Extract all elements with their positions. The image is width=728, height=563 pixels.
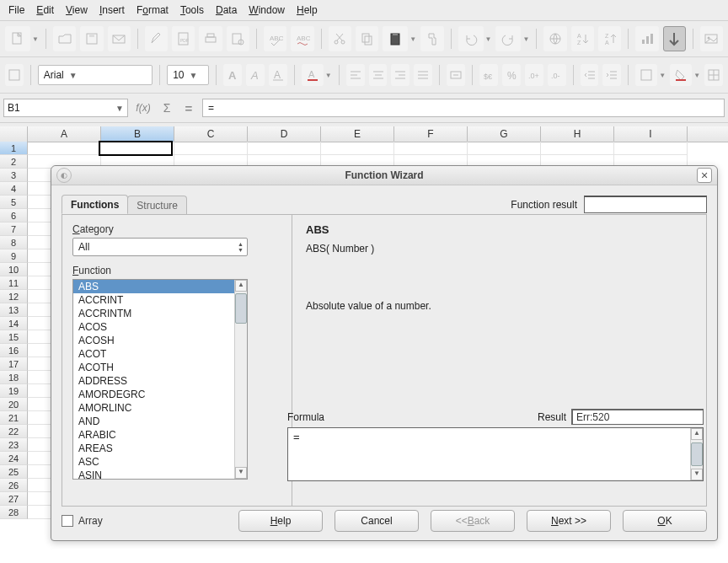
remove-decimal-icon[interactable]: .0- (548, 64, 566, 86)
align-left-icon[interactable] (346, 64, 365, 86)
chevron-down-icon[interactable]: ▼ (188, 71, 200, 80)
chevron-down-icon[interactable]: ▼ (485, 35, 492, 43)
row-header[interactable]: 20 (0, 398, 28, 411)
checkbox-box[interactable] (62, 515, 73, 527)
cell[interactable] (394, 142, 468, 155)
format-paintbrush-icon[interactable] (420, 26, 443, 51)
sort-desc-icon[interactable]: ZA (598, 26, 621, 51)
function-list-item[interactable]: ACOTH (73, 361, 235, 374)
row-header[interactable]: 1 (0, 142, 28, 155)
spinner-icon[interactable]: ▲▼ (238, 241, 244, 253)
equals-icon[interactable]: = (180, 101, 197, 115)
menu-insert[interactable]: Insert (94, 3, 130, 17)
cancel-button[interactable]: Cancel (335, 510, 419, 532)
row-header[interactable]: 7 (0, 223, 28, 236)
redo-icon[interactable] (495, 26, 521, 51)
row-header[interactable]: 5 (0, 196, 28, 209)
row-header[interactable]: 28 (0, 506, 28, 519)
paste-icon[interactable] (383, 26, 408, 51)
auto-spellcheck-icon[interactable]: ABC (291, 26, 313, 51)
hyperlink-icon[interactable] (543, 26, 566, 51)
row-header[interactable]: 22 (0, 425, 28, 438)
grid-lines-icon[interactable] (704, 64, 723, 86)
scroll-thumb[interactable] (235, 293, 247, 324)
cell[interactable] (541, 142, 614, 155)
bgcolor-icon[interactable] (670, 64, 692, 86)
scroll-up-icon[interactable]: ▲ (235, 280, 247, 292)
scrollbar[interactable]: ▲ ▼ (234, 280, 247, 479)
scroll-up-icon[interactable]: ▲ (691, 428, 703, 440)
styles-icon[interactable] (5, 64, 24, 86)
function-list-item[interactable]: ASC (73, 455, 235, 469)
function-list-item[interactable]: ASIN (73, 469, 235, 479)
align-right-icon[interactable] (391, 64, 410, 86)
category-combo[interactable]: All ▲▼ (72, 238, 248, 256)
chevron-down-icon[interactable]: ▼ (659, 72, 666, 79)
chevron-down-icon[interactable]: ▼ (325, 72, 332, 79)
underline-icon[interactable]: A (269, 64, 287, 86)
row-header[interactable]: 26 (0, 479, 28, 492)
percent-icon[interactable]: % (502, 64, 521, 86)
dialog-menu-icon[interactable]: ◐ (56, 168, 72, 183)
row-header[interactable]: 3 (0, 169, 28, 182)
cell[interactable] (468, 142, 541, 155)
row-header[interactable]: 18 (0, 371, 28, 384)
export-pdf-icon[interactable]: PDF (172, 26, 195, 51)
column-header[interactable]: H (541, 126, 614, 142)
function-wizard-icon[interactable]: f(x) (133, 102, 153, 114)
row-header[interactable]: 17 (0, 357, 28, 371)
row-header[interactable]: 16 (0, 344, 28, 357)
borders-icon[interactable] (635, 64, 657, 86)
function-list-item[interactable]: AND (73, 415, 235, 428)
row-header[interactable]: 10 (0, 263, 28, 276)
function-list-item[interactable]: ACOSH (73, 334, 235, 347)
chevron-down-icon[interactable]: ▼ (32, 35, 39, 43)
undo-icon[interactable] (458, 26, 484, 51)
help-button[interactable]: Help (238, 510, 323, 532)
sum-icon[interactable]: Σ (158, 101, 175, 115)
row-header[interactable]: 4 (0, 182, 28, 196)
row-header[interactable]: 19 (0, 384, 28, 398)
close-icon[interactable]: ✕ (697, 168, 712, 183)
back-button[interactable]: << Back (431, 510, 515, 532)
new-doc-icon[interactable] (5, 26, 30, 51)
menu-file[interactable]: File (3, 3, 29, 17)
open-icon[interactable] (53, 26, 76, 51)
add-decimal-icon[interactable]: .0+ (525, 64, 543, 86)
scroll-thumb[interactable] (691, 442, 703, 466)
row-header[interactable]: 24 (0, 452, 28, 465)
column-header[interactable]: B (101, 126, 174, 142)
increase-indent-icon[interactable] (602, 64, 621, 86)
cell[interactable] (321, 142, 394, 155)
align-center-icon[interactable] (369, 64, 388, 86)
function-listbox[interactable]: ABSACCRINTACCRINTMACOSACOSHACOTACOTHADDR… (72, 279, 248, 480)
cut-icon[interactable] (329, 26, 351, 51)
column-header[interactable]: A (28, 126, 101, 142)
column-header[interactable]: F (394, 126, 468, 142)
scroll-down-icon[interactable]: ▼ (691, 469, 703, 480)
menu-edit[interactable]: Edit (31, 3, 59, 17)
ok-button[interactable]: OK (623, 510, 707, 532)
formula-input[interactable]: = (202, 99, 725, 117)
column-header[interactable]: C (174, 126, 248, 142)
function-list-item[interactable]: ACCRINT (73, 293, 235, 307)
menu-window[interactable]: Window (244, 3, 290, 17)
gallery-icon[interactable] (700, 26, 723, 51)
font-name-combo[interactable]: Arial ▼ (38, 65, 153, 85)
row-header[interactable]: 23 (0, 438, 28, 452)
decrease-indent-icon[interactable] (581, 64, 599, 86)
chevron-down-icon[interactable]: ▼ (522, 35, 529, 43)
function-list-item[interactable]: ARABIC (73, 428, 235, 442)
cell-reference-combo[interactable]: B1 ▼ (3, 99, 128, 117)
sort-asc-icon[interactable]: AZ (571, 26, 594, 51)
bold-icon[interactable]: A (223, 64, 242, 86)
scroll-down-icon[interactable]: ▼ (235, 467, 247, 479)
email-icon[interactable] (108, 26, 131, 51)
row-header[interactable]: 9 (0, 249, 28, 263)
row-header[interactable]: 15 (0, 330, 28, 344)
font-size-combo[interactable]: 10 ▼ (167, 65, 209, 85)
cell[interactable] (248, 142, 321, 155)
italic-icon[interactable]: A (246, 64, 265, 86)
chevron-down-icon[interactable]: ▼ (67, 71, 79, 80)
menu-help[interactable]: Help (292, 3, 323, 17)
